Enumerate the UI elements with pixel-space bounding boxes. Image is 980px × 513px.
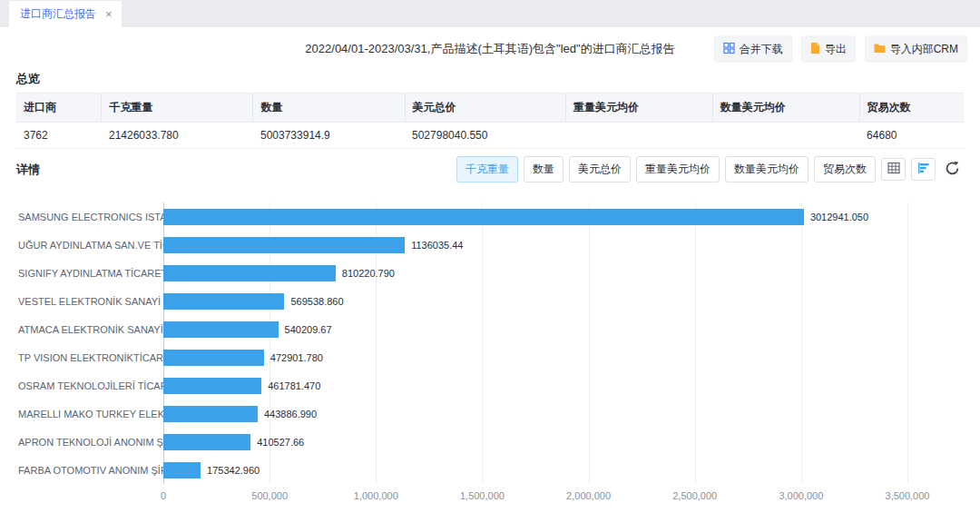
chart-bar-track: 472901.780 [163, 343, 907, 371]
metric-toggle[interactable]: 贸易次数 [814, 156, 876, 183]
overview-col-header: 千克重量 [102, 94, 253, 123]
overview-section-label: 总览 [16, 71, 964, 87]
metric-toggle[interactable]: 数量美元均价 [725, 156, 808, 183]
x-axis-tick: 1,500,000 [460, 490, 505, 501]
chart-bar-track: 540209.67 [163, 315, 907, 343]
tab-bar: 进口商汇总报告 × [0, 0, 980, 27]
chart-row: SIGNIFY AYDINLATMA TİCARET ANO...810220.… [18, 259, 907, 287]
x-axis-tick: 2,000,000 [566, 490, 611, 501]
overview-col-header: 数量美元均价 [712, 94, 859, 123]
chart-bar-track: 461781.470 [163, 371, 907, 400]
import-crm-label: 导入内部CRM [890, 42, 958, 57]
tab-importer-summary-report[interactable]: 进口商汇总报告 × [9, 1, 122, 27]
overview-cell: 5003733914.9 [253, 123, 405, 149]
page-title: 2022/04/01-2023/03/31,产品描述(土耳其语)包含"led"的… [305, 41, 674, 57]
overview-col-header: 进口商 [16, 94, 102, 123]
header-actions: 合并下载 导出 导入内部CRM [714, 36, 967, 63]
chart-row: MARELLI MAKO TURKEY ELEKTRİK S...443886.… [18, 400, 907, 428]
metric-toggle[interactable]: 重量美元均价 [636, 156, 720, 183]
x-axis-tick: 3,000,000 [779, 490, 823, 501]
chart-value-label: 1136035.44 [411, 240, 463, 251]
overview-header-row: 进口商千克重量数量美元总价重量美元均价数量美元均价贸易次数 [16, 94, 964, 123]
chart-row: ATMACA ELEKTRONİK SANAYİ VE Tİ...540209.… [18, 315, 907, 343]
chart-value-label: 461781.470 [268, 380, 320, 391]
chart-row: UĞUR AYDINLATMA SAN.VE TİC.LTD...1136035… [18, 231, 907, 259]
merge-download-grid-icon [723, 42, 735, 56]
chart-category-label: UĞUR AYDINLATMA SAN.VE TİC.LTD... [18, 240, 163, 251]
detail-controls: 千克重量数量美元总价重量美元均价数量美元均价贸易次数 [456, 156, 964, 183]
bar-chart-view-icon [917, 162, 930, 177]
overview-table: 进口商千克重量数量美元总价重量美元均价数量美元均价贸易次数 3762214260… [16, 93, 964, 149]
overview-cell: 64680 [859, 123, 964, 149]
chart-row: SAMSUNG ELECTRONICS ISTANBUL P...3012941… [18, 202, 907, 231]
refresh-button[interactable] [941, 158, 964, 181]
chart-value-label: 410527.66 [257, 437, 304, 448]
metric-toggle[interactable]: 数量 [524, 156, 564, 183]
chart-row: OSRAM TEKNOLOJİLERİ TİCARET AN...461781.… [18, 371, 907, 400]
chart-value-label: 175342.960 [207, 465, 260, 476]
overview-col-header: 美元总价 [405, 94, 565, 123]
x-axis-tick: 0 [161, 490, 166, 501]
import-crm-folder-icon [874, 43, 886, 55]
chart-bar[interactable]: 461781.470 [163, 378, 261, 394]
tab-label: 进口商汇总报告 [20, 6, 96, 22]
chart-category-label: SAMSUNG ELECTRONICS ISTANBUL P... [18, 212, 163, 222]
chart-row: APRON TEKNOLOJİ ANONIM ŞİRKETİ...410527.… [18, 428, 907, 456]
chart-value-label: 569538.860 [290, 296, 343, 307]
chart-bar-track: 1136035.44 [163, 231, 907, 259]
export-label: 导出 [825, 42, 847, 57]
chart-bar-track: 3012941.050 [163, 202, 907, 231]
details-section-label: 详情 [16, 162, 40, 178]
chart-bar-track: 175342.960 [163, 456, 907, 484]
overview-col-header: 数量 [253, 94, 405, 123]
chart-rows: SAMSUNG ELECTRONICS ISTANBUL P...3012941… [18, 202, 962, 484]
metric-toggle[interactable]: 千克重量 [456, 156, 518, 183]
overview-col-header: 重量美元均价 [565, 94, 712, 123]
chart-x-axis: 0500,0001,000,0001,500,0002,000,0002,500… [163, 484, 907, 504]
chart-bar[interactable]: 569538.860 [163, 293, 284, 310]
table-view-icon [887, 162, 900, 177]
chart-bar[interactable]: 175342.960 [163, 462, 201, 478]
chart-category-label: SIGNIFY AYDINLATMA TİCARET ANO... [18, 268, 163, 279]
overview-cell [712, 123, 859, 149]
overview-cell: 3762 [16, 123, 102, 149]
chart-value-label: 810220.790 [342, 268, 395, 279]
chart-category-label: ATMACA ELEKTRONİK SANAYİ VE Tİ... [18, 324, 163, 335]
page-header: 2022/04/01-2023/03/31,产品描述(土耳其语)包含"led"的… [0, 31, 980, 67]
chart-bar[interactable]: 3012941.050 [163, 209, 804, 225]
chart-bar[interactable]: 1136035.44 [163, 237, 405, 253]
overview-col-header: 贸易次数 [859, 94, 964, 123]
import-crm-button[interactable]: 导入内部CRM [865, 36, 967, 63]
overview-cell: 21426033.780 [102, 123, 253, 149]
chart-category-label: OSRAM TEKNOLOJİLERİ TİCARET AN... [18, 380, 163, 391]
chart-view-button[interactable] [911, 158, 936, 181]
export-document-icon [810, 42, 820, 56]
chart-bar[interactable]: 472901.780 [163, 350, 264, 366]
x-axis-tick: 1,000,000 [354, 490, 398, 501]
chart-category-label: TP VISION ELEKTRONİKTİCARET AN... [18, 352, 163, 363]
export-button[interactable]: 导出 [801, 36, 856, 63]
chart-bar[interactable]: 810220.790 [163, 265, 336, 281]
app-window: 进口商汇总报告 × 2022/04/01-2023/03/31,产品描述(土耳其… [0, 0, 980, 513]
chart-row: TP VISION ELEKTRONİKTİCARET AN...472901.… [18, 343, 907, 371]
chart-bar[interactable]: 443886.990 [163, 406, 258, 422]
refresh-icon [945, 161, 960, 179]
chart-value-label: 443886.990 [264, 409, 317, 419]
chart-category-label: MARELLI MAKO TURKEY ELEKTRİK S... [18, 409, 163, 419]
chart-bar[interactable]: 540209.67 [163, 321, 279, 338]
chart-bar-track: 569538.860 [163, 287, 907, 315]
details-row: 详情 千克重量数量美元总价重量美元均价数量美元均价贸易次数 [16, 156, 964, 183]
overview-data-row: 376221426033.7805003733914.9502798040.55… [16, 123, 964, 149]
table-view-button[interactable] [881, 158, 906, 181]
metric-toggle[interactable]: 美元总价 [569, 156, 631, 183]
chart-bar[interactable]: 410527.66 [163, 434, 250, 450]
chart-value-label: 540209.67 [285, 324, 332, 335]
chart-row: VESTEL ELEKTRONİK SANAYİ VE Tİ...569538.… [18, 287, 907, 315]
merge-download-label: 合并下载 [740, 42, 783, 57]
merge-download-button[interactable]: 合并下载 [714, 36, 792, 63]
x-axis-tick: 500,000 [251, 490, 288, 501]
chart-value-label: 472901.780 [270, 352, 323, 363]
chart-bar-track: 410527.66 [163, 428, 907, 456]
chart-category-label: FARBA OTOMOTIV ANONIM ŞİRKETİ... [18, 465, 163, 476]
tab-close-icon[interactable]: × [105, 8, 113, 20]
